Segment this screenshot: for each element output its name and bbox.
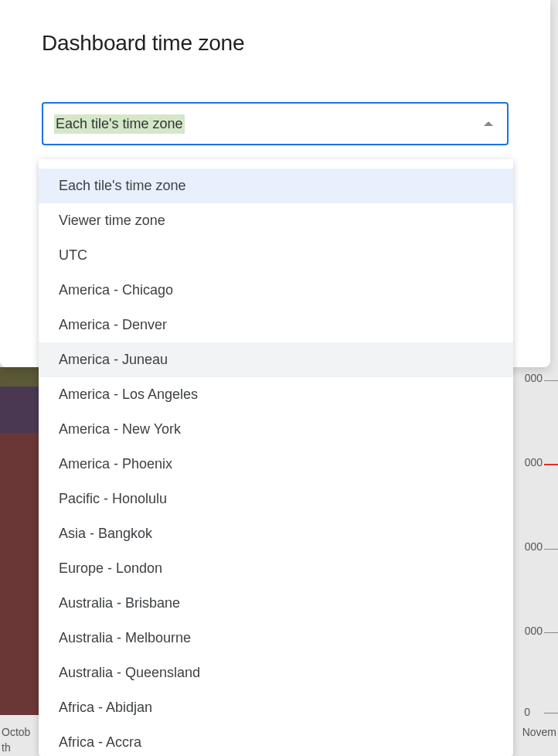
axis-month-label: Octob	[2, 726, 30, 738]
dropdown-option-honolulu[interactable]: Pacific - Honolulu	[39, 482, 513, 516]
dropdown-option-accra[interactable]: Africa - Accra	[39, 725, 513, 756]
dropdown-option-london[interactable]: Europe - London	[39, 551, 513, 586]
timezone-dropdown[interactable]: Each tile's time zone Viewer time zone U…	[39, 159, 513, 756]
dropdown-option-abidjan[interactable]: Africa - Abidjan	[39, 690, 513, 725]
chart-bar-segment	[0, 433, 39, 715]
axis-tick-line	[544, 549, 558, 550]
dropdown-option-each-tile[interactable]: Each tile's time zone	[39, 169, 513, 203]
axis-tick-line	[544, 380, 558, 381]
axis-tick-label: 000	[525, 540, 543, 553]
dropdown-option-viewer[interactable]: Viewer time zone	[39, 203, 513, 238]
axis-tick-line	[544, 632, 558, 633]
axis-month-label: th	[2, 741, 11, 754]
dropdown-option-queensland[interactable]: Australia - Queensland	[39, 656, 513, 690]
axis-red-line	[544, 464, 558, 465]
dropdown-option-brisbane[interactable]: Australia - Brisbane	[39, 586, 513, 621]
chart-bar-segment	[0, 387, 39, 433]
dropdown-option-juneau[interactable]: America - Juneau	[39, 342, 513, 377]
axis-tick-label: 000	[525, 456, 543, 468]
axis-month-label: Novem	[522, 726, 556, 738]
axis-tick-label: 000	[525, 372, 543, 384]
dropdown-option-phoenix[interactable]: America - Phoenix	[39, 447, 513, 482]
dropdown-option-chicago[interactable]: America - Chicago	[39, 273, 513, 308]
timezone-select[interactable]: Each tile's time zone	[42, 102, 509, 145]
axis-tick-label: 000	[525, 625, 543, 637]
axis-tick-line	[544, 713, 558, 713]
dialog-title: Dashboard time zone	[42, 31, 509, 56]
axis-tick-label: 0	[524, 706, 530, 718]
dropdown-option-utc[interactable]: UTC	[39, 238, 513, 273]
caret-up-icon	[484, 121, 493, 126]
dropdown-option-new-york[interactable]: America - New York	[39, 412, 513, 447]
select-value: Each tile's time zone	[54, 114, 185, 134]
dropdown-option-melbourne[interactable]: Australia - Melbourne	[39, 621, 513, 656]
dropdown-option-denver[interactable]: America - Denver	[39, 308, 513, 342]
dropdown-option-los-angeles[interactable]: America - Los Angeles	[39, 377, 513, 412]
dropdown-option-bangkok[interactable]: Asia - Bangkok	[39, 516, 513, 551]
